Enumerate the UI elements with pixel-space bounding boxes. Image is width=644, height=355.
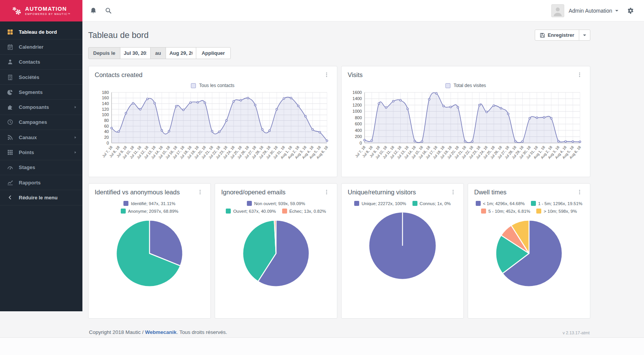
- dwell-times-panel: Dwell times < 1m; 4296x, 64.68% 1 - 5m; …: [468, 183, 590, 319]
- line-chart-icon: [7, 180, 13, 186]
- date-to-input[interactable]: [166, 47, 196, 59]
- svg-text:40: 40: [104, 129, 109, 134]
- panel-title: Identified vs anonymous leads: [95, 189, 180, 196]
- copyright: Copyright 2018 Mautic / Webmecanik. Tous…: [89, 329, 227, 335]
- legend-item: Anonyme; 2097x, 68.89%: [121, 209, 179, 214]
- panel-menu-button[interactable]: [575, 189, 584, 197]
- sidebar-item-tableau-de-bord[interactable]: Tableau de bord: [0, 25, 82, 39]
- svg-text:0: 0: [107, 141, 109, 145]
- legend-swatch: [247, 201, 252, 206]
- bell-icon: [90, 7, 97, 14]
- legend-checkbox: [445, 83, 450, 88]
- building-icon: [7, 74, 13, 80]
- sidebar-item-rapports[interactable]: Rapports: [0, 175, 82, 190]
- panel-menu-button[interactable]: [322, 71, 331, 79]
- main-content: Tableau de bord Enregistrer Depuis le au…: [82, 21, 644, 335]
- svg-text:80: 80: [104, 118, 109, 123]
- save-button[interactable]: Enregistrer: [535, 30, 579, 41]
- brand-logo[interactable]: AUTOMATION EMPOWERED BY MAUTIC™: [0, 0, 82, 21]
- table-grid-icon: [7, 150, 13, 155]
- pie-chart-icon: [7, 89, 13, 95]
- sidebar: Tableau de bord Calendrier Contacts Soci…: [0, 21, 82, 311]
- sidebar-item-stages[interactable]: Stages: [0, 160, 82, 175]
- chevron-down-icon: [583, 35, 586, 36]
- panel-menu-button[interactable]: [575, 71, 584, 79]
- svg-text:0: 0: [360, 141, 362, 145]
- chevron-left-icon: [7, 195, 13, 200]
- legend-checkbox: [191, 83, 196, 88]
- ignored-opened-emails-pie: [241, 219, 311, 288]
- legend-item: Unique; 22272x, 100%: [354, 201, 406, 206]
- user-menu[interactable]: Admin Automation: [568, 8, 618, 14]
- svg-text:1200: 1200: [353, 103, 362, 107]
- unique-returning-visitors-panel: Unique/returning visitors Unique; 22272x…: [341, 183, 464, 319]
- version-label: v 2.13.17-atmt: [563, 330, 590, 335]
- legend-item: 1 - 5m; 1296x, 19.51%: [531, 201, 583, 206]
- legend-item: 5 - 10m; 452x, 6.81%: [481, 209, 530, 214]
- legend-swatch: [536, 209, 541, 214]
- legend-swatch: [412, 201, 417, 206]
- contacts-created-chart: 020406080100120140160180Jul 7, 18Jul 8, …: [95, 89, 331, 168]
- save-icon: [540, 33, 545, 38]
- gauge-icon: [7, 164, 13, 170]
- chevron-right-icon: [74, 151, 77, 154]
- date-from-input[interactable]: [120, 47, 151, 59]
- legend-item[interactable]: Total des visites: [348, 83, 584, 88]
- legend-item[interactable]: Tous les contacts: [95, 83, 331, 88]
- legend-item: Non ouvert; 939x, 59.09%: [247, 201, 305, 206]
- panel-title: Ignored/opened emails: [221, 189, 286, 196]
- calendar-icon: [7, 44, 13, 50]
- visits-panel: Visits Total des visites 020040060080010…: [341, 66, 590, 177]
- apply-button[interactable]: Appliquer: [196, 47, 231, 59]
- sidebar-item-contacts[interactable]: Contacts: [0, 55, 82, 70]
- date-filter: Depuis le au Appliquer: [88, 47, 590, 59]
- sidebar-item-composants[interactable]: Composants: [0, 100, 82, 115]
- sidebar-item-segments[interactable]: Segments: [0, 85, 82, 100]
- legend-item: Connus; 1x, 0%: [412, 201, 451, 206]
- topbar: AUTOMATION EMPOWERED BY MAUTIC™: [0, 0, 644, 21]
- legend-swatch: [121, 209, 126, 214]
- dashboard-grid-icon: [7, 29, 13, 35]
- save-dropdown-button[interactable]: [579, 30, 590, 41]
- legend-item: Échec; 13x, 0.82%: [282, 209, 326, 214]
- svg-text:200: 200: [355, 134, 362, 139]
- identified-vs-anonymous-pie: [115, 219, 184, 288]
- panel-menu-button[interactable]: [449, 189, 457, 197]
- avatar[interactable]: [551, 4, 564, 17]
- sidebar-item-canaux[interactable]: Canaux: [0, 130, 82, 145]
- svg-text:60: 60: [104, 124, 109, 128]
- page-title: Tableau de bord: [88, 30, 149, 40]
- sidebar-item-points[interactable]: Points: [0, 145, 82, 160]
- chevron-down-icon: [615, 10, 618, 12]
- search-icon: [105, 7, 112, 14]
- sidebar-item-societes[interactable]: Sociétés: [0, 70, 82, 85]
- search-button[interactable]: [103, 5, 114, 16]
- bottom-strip: [0, 337, 644, 355]
- legend-swatch: [354, 201, 359, 206]
- svg-text:600: 600: [355, 122, 362, 126]
- panel-menu-button[interactable]: [322, 189, 331, 197]
- svg-text:800: 800: [355, 115, 362, 120]
- dwell-times-pie: [494, 219, 564, 288]
- legend-item: Identifié; 947x, 31.11%: [123, 201, 175, 206]
- brand-title: AUTOMATION: [25, 6, 71, 12]
- webmecanik-link[interactable]: Webmecanik: [145, 329, 176, 335]
- footer: Copyright 2018 Mautic / Webmecanik. Tous…: [88, 319, 590, 335]
- panel-title: Unique/returning visitors: [348, 189, 416, 196]
- svg-text:180: 180: [102, 90, 109, 95]
- clock-icon: [7, 119, 13, 125]
- sidebar-item-calendrier[interactable]: Calendrier: [0, 39, 82, 54]
- svg-text:100: 100: [102, 112, 109, 117]
- sidebar-item-campagnes[interactable]: Campagnes: [0, 115, 82, 130]
- unique-returning-visitors-pie: [368, 211, 437, 281]
- puzzle-icon: [7, 104, 13, 110]
- contacts-created-panel: Contacts created Tous les contacts 02040…: [88, 66, 337, 177]
- user-name: Admin Automation: [568, 8, 612, 14]
- gear-icon: [627, 7, 634, 14]
- sidebar-collapse-button[interactable]: Réduire le menu: [0, 190, 82, 205]
- panel-menu-button[interactable]: [196, 189, 204, 197]
- settings-button[interactable]: [625, 5, 636, 16]
- notifications-button[interactable]: [88, 5, 99, 16]
- legend-swatch: [481, 209, 486, 214]
- panel-title: Dwell times: [474, 189, 506, 196]
